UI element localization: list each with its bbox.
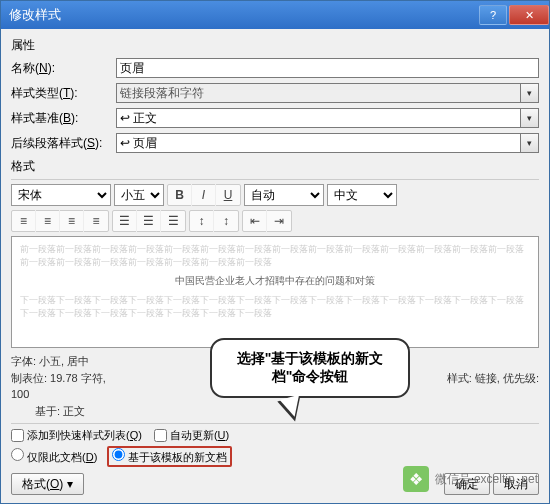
align-center-button[interactable]: ≡ bbox=[36, 210, 60, 232]
modify-style-dialog: 修改样式 ? ✕ 属性 名称(N): 样式类型(T): ▾ 样式基准(B): ▾ bbox=[0, 0, 550, 504]
format-toolbar-2: ≡ ≡ ≡ ≡ ☰ ☰ ☰ ↕ ↕ ⇤ ⇥ bbox=[11, 210, 539, 232]
italic-button[interactable]: I bbox=[192, 184, 216, 206]
label-style-type: 样式类型(T): bbox=[11, 85, 116, 102]
style-type-select bbox=[116, 83, 521, 103]
format-toolbar-1: 宋体 小五 B I U 自动 中文 bbox=[11, 184, 539, 206]
format-dropdown-button[interactable]: 格式(O) ▾ bbox=[11, 473, 84, 495]
font-select[interactable]: 宋体 bbox=[11, 184, 111, 206]
watermark: ❖ 微信号 exceltip_net bbox=[403, 466, 538, 492]
size-select[interactable]: 小五 bbox=[114, 184, 164, 206]
add-to-quick-checkbox[interactable]: 添加到快速样式列表(Q) bbox=[11, 428, 142, 443]
increase-before-button[interactable]: ↕ bbox=[190, 210, 214, 232]
label-based-on: 样式基准(B): bbox=[11, 110, 116, 127]
following-select[interactable] bbox=[116, 133, 521, 153]
section-format: 格式 bbox=[11, 158, 539, 175]
label-following: 后续段落样式(S): bbox=[11, 135, 116, 152]
lang-select[interactable]: 中文 bbox=[327, 184, 397, 206]
color-select[interactable]: 自动 bbox=[244, 184, 324, 206]
wechat-icon: ❖ bbox=[403, 466, 429, 492]
section-properties: 属性 bbox=[11, 37, 539, 54]
close-button[interactable]: ✕ bbox=[509, 5, 549, 25]
underline-button[interactable]: U bbox=[216, 184, 240, 206]
window-controls: ? ✕ bbox=[477, 5, 549, 25]
watermark-text: 微信号 exceltip_net bbox=[435, 471, 538, 488]
annotation-callout: 选择"基于该模板的新文档"命令按钮 bbox=[210, 338, 410, 398]
increase-indent-button[interactable]: ⇥ bbox=[267, 210, 291, 232]
decrease-indent-button[interactable]: ⇤ bbox=[243, 210, 267, 232]
style-type-dropdown-icon: ▾ bbox=[521, 83, 539, 103]
preview-after: 下一段落下一段落下一段落下一段落下一段落下一段落下一段落下一段落下一段落下一段落… bbox=[20, 294, 530, 319]
preview-sample-text: 中国民营企业老人才招聘中存在的问题和对策 bbox=[20, 274, 530, 288]
align-right-button[interactable]: ≡ bbox=[60, 210, 84, 232]
align-justify-button[interactable]: ≡ bbox=[84, 210, 108, 232]
based-on-template-radio[interactable]: 基于该模板的新文档 bbox=[112, 451, 227, 463]
line-spacing-2-button[interactable]: ☰ bbox=[137, 210, 161, 232]
bold-button[interactable]: B bbox=[168, 184, 192, 206]
help-button[interactable]: ? bbox=[479, 5, 507, 25]
titlebar: 修改样式 ? ✕ bbox=[1, 1, 549, 29]
only-this-doc-radio[interactable]: 仅限此文档(D) bbox=[11, 448, 97, 465]
name-input[interactable] bbox=[116, 58, 539, 78]
line-spacing-3-button[interactable]: ☰ bbox=[161, 210, 185, 232]
decrease-before-button[interactable]: ↕ bbox=[214, 210, 238, 232]
preview-pane: 前一段落前一段落前一段落前一段落前一段落前一段落前一段落前一段落前一段落前一段落… bbox=[11, 236, 539, 348]
dialog-title: 修改样式 bbox=[9, 6, 61, 24]
preview-before: 前一段落前一段落前一段落前一段落前一段落前一段落前一段落前一段落前一段落前一段落… bbox=[20, 243, 530, 268]
label-name: 名称(N): bbox=[11, 60, 116, 77]
based-on-select[interactable] bbox=[116, 108, 521, 128]
auto-update-checkbox[interactable]: 自动更新(U) bbox=[154, 428, 229, 443]
following-dropdown-icon[interactable]: ▾ bbox=[521, 133, 539, 153]
based-on-dropdown-icon[interactable]: ▾ bbox=[521, 108, 539, 128]
align-left-button[interactable]: ≡ bbox=[12, 210, 36, 232]
line-spacing-1-button[interactable]: ☰ bbox=[113, 210, 137, 232]
